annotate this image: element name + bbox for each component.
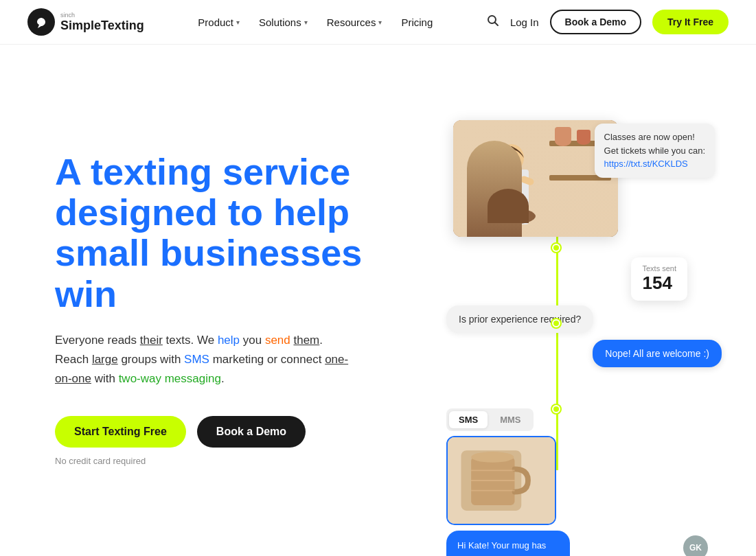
logo-icon xyxy=(27,8,55,36)
pickup-bubble: Hi Kate! Your mug has been fired and is … xyxy=(446,531,570,556)
sms-mms-toggle[interactable]: SMS MMS xyxy=(446,408,534,431)
classes-bubble: Classes are now open!Get tickets while y… xyxy=(595,124,715,178)
nav-book-demo-button[interactable]: Book a Demo xyxy=(550,10,641,34)
hero-ctas: Start Texting Free Book a Demo xyxy=(55,416,426,448)
logo-sub: sinch xyxy=(60,12,144,19)
start-texting-free-button[interactable]: Start Texting Free xyxy=(55,416,186,448)
svg-point-11 xyxy=(499,144,524,172)
nav-resources[interactable]: Resources ▾ xyxy=(327,16,382,28)
texts-sent-num: 154 xyxy=(642,273,676,294)
hero-right: Classes are now open!Get tickets while y… xyxy=(426,86,729,532)
nav-try-free-button[interactable]: Try It Free xyxy=(652,10,729,34)
texts-sent-badge: Texts sent 154 xyxy=(631,257,687,301)
search-icon[interactable] xyxy=(487,14,499,30)
navbar: sinch SimpleTexting Product ▾ Solutions … xyxy=(0,0,756,45)
hero-left: A texting service designed to help small… xyxy=(55,152,426,467)
hero-heading: A texting service designed to help small… xyxy=(55,152,426,315)
subtext-1: Everyone reads their texts. We help you … xyxy=(55,334,323,347)
book-demo-button[interactable]: Book a Demo xyxy=(197,416,306,448)
svg-point-16 xyxy=(498,205,525,216)
pottery-image-card xyxy=(453,120,618,237)
connector-dot-3 xyxy=(552,405,560,413)
hero-subtext: Everyone reads their texts. We help you … xyxy=(55,331,357,389)
nav-solutions[interactable]: Solutions ▾ xyxy=(259,16,308,28)
pottery-image xyxy=(453,120,618,237)
svg-line-2 xyxy=(494,22,498,25)
svg-rect-13 xyxy=(481,170,496,181)
svg-rect-10 xyxy=(577,130,591,141)
answer-bubble: Nope! All are welcome :) xyxy=(593,340,722,367)
svg-rect-8 xyxy=(555,127,571,141)
avatar-gk: GK xyxy=(683,535,708,556)
logo-link[interactable]: sinch SimpleTexting xyxy=(27,8,144,36)
product-caret: ▾ xyxy=(236,19,240,26)
resources-caret: ▾ xyxy=(378,19,382,26)
subtext-2: Reach large groups with SMS marketing or… xyxy=(55,353,348,385)
nav-pricing[interactable]: Pricing xyxy=(401,16,433,28)
sms-tab-button[interactable]: SMS xyxy=(449,411,488,428)
svg-point-15 xyxy=(488,208,536,224)
logo-text: sinch SimpleTexting xyxy=(60,12,144,33)
logo-brand: SimpleTexting xyxy=(60,19,144,32)
texts-sent-label: Texts sent xyxy=(642,264,676,273)
login-link[interactable]: Log In xyxy=(510,16,539,28)
no-credit-card-text: No credit card required xyxy=(55,456,426,466)
solutions-caret: ▾ xyxy=(304,19,308,26)
hero-visual: Classes are now open!Get tickets while y… xyxy=(426,86,729,525)
nav-product[interactable]: Product ▾ xyxy=(198,16,240,28)
connector-dot-1 xyxy=(552,244,560,252)
mug-image-card xyxy=(446,436,556,525)
question-bubble: Is prior experience required? xyxy=(446,305,593,333)
svg-point-20 xyxy=(471,452,514,463)
nav-right: Log In Book a Demo Try It Free xyxy=(487,10,729,34)
mms-tab-button[interactable]: MMS xyxy=(490,411,530,428)
nav-links: Product ▾ Solutions ▾ Resources ▾ Pricin… xyxy=(198,16,433,28)
classes-bubble-text: Classes are now open!Get tickets while y… xyxy=(604,132,705,169)
mug-image xyxy=(448,437,555,524)
hero-section: A texting service designed to help small… xyxy=(0,45,756,556)
connector-dot-2 xyxy=(552,319,560,327)
